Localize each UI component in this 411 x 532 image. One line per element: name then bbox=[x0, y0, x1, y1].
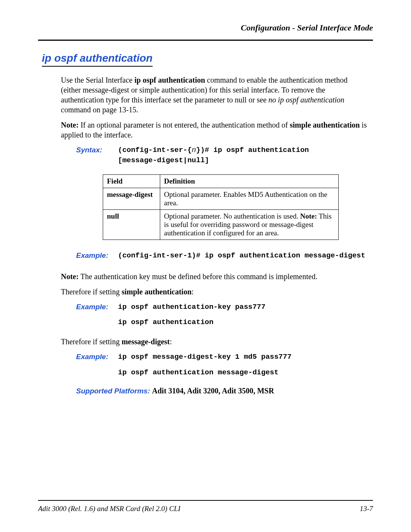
field-def: Optional parameter. No authentication is… bbox=[160, 210, 339, 240]
field-table: Field Definition message-digest Optional… bbox=[103, 174, 339, 240]
intro-paragraph-1: Use the Serial Interface ip ospf authent… bbox=[61, 75, 369, 115]
text: Optional parameter. No authentication is… bbox=[164, 212, 300, 220]
text: : bbox=[191, 288, 194, 296]
note-label: Note: bbox=[300, 212, 317, 220]
text: Therefore if setting bbox=[61, 288, 121, 296]
text: If an optional parameter is not entered,… bbox=[79, 121, 290, 129]
example-label: Example: bbox=[76, 302, 118, 328]
code-line: ip ospf authentication message-digest bbox=[118, 367, 292, 378]
table-row: message-digest Optional parameter. Enabl… bbox=[103, 188, 339, 210]
example-block-1: Example: (config-int-ser-1)# ip ospf aut… bbox=[76, 251, 365, 261]
field-table-wrap: Field Definition message-digest Optional… bbox=[103, 174, 369, 240]
intro-paragraph-2: Note: If an optional parameter is not en… bbox=[61, 120, 369, 140]
header-rule bbox=[38, 40, 373, 41]
text: : bbox=[170, 337, 172, 346]
footer-page-number: 13-7 bbox=[360, 505, 373, 513]
code-line: ip ospf authentication-key pass777 bbox=[118, 302, 266, 312]
example-code: ip ospf message-digest-key 1 md5 pass777… bbox=[118, 352, 292, 377]
table-row: null Optional parameter. No authenticati… bbox=[103, 210, 339, 240]
note-paragraph: Note: The authentication key must be def… bbox=[61, 272, 369, 281]
therefore-2: Therefore if setting message-digest: bbox=[61, 337, 369, 347]
code-line: ip ospf message-digest-key 1 md5 pass777 bbox=[118, 352, 292, 362]
example-code: ip ospf authentication-key pass777 ip os… bbox=[118, 302, 266, 328]
code: [message-digest|null] bbox=[118, 156, 209, 165]
header-chapter-title: Configuration - Serial Interface Mode bbox=[38, 23, 373, 33]
table-header-definition: Definition bbox=[160, 175, 339, 188]
code-param: n bbox=[192, 146, 196, 154]
field-name: null bbox=[103, 210, 160, 240]
table-header-field: Field bbox=[103, 175, 160, 188]
ref-command: no ip ospf authentication bbox=[268, 96, 344, 104]
syntax-content: (config-int-ser-{n})# ip ospf authentica… bbox=[118, 145, 309, 165]
supported-label: Supported Platforms: bbox=[76, 387, 152, 395]
note-label: Note: bbox=[61, 121, 79, 129]
example-label: Example: bbox=[76, 251, 118, 261]
supported-platforms: Supported Platforms: Adit 3104, Adit 320… bbox=[76, 387, 369, 395]
example-block-3: Example: ip ospf message-digest-key 1 md… bbox=[76, 352, 292, 377]
emph: simple authentication bbox=[121, 288, 191, 296]
syntax-block: Syntax: (config-int-ser-{n})# ip ospf au… bbox=[76, 145, 309, 165]
text: command on page 13-15. bbox=[61, 105, 138, 114]
example-label: Example: bbox=[76, 352, 118, 377]
code-line: ip ospf authentication bbox=[118, 317, 266, 328]
code: (config-int-ser-{ bbox=[118, 146, 192, 154]
emph: simple authentication bbox=[290, 121, 360, 129]
supported-value: Adit 3104, Adit 3200, Adit 3500, MSR bbox=[152, 387, 274, 395]
example-block-2: Example: ip ospf authentication-key pass… bbox=[76, 302, 266, 328]
text: The authentication key must be defined b… bbox=[79, 272, 317, 281]
page-title: ip ospf authentication bbox=[42, 52, 153, 67]
example-code: (config-int-ser-1)# ip ospf authenticati… bbox=[118, 251, 365, 261]
code: })# ip ospf authentication bbox=[196, 146, 309, 154]
text: Therefore if setting bbox=[61, 337, 121, 346]
emph: message-digest bbox=[121, 337, 170, 346]
syntax-label: Syntax: bbox=[76, 145, 118, 165]
footer-left: Adit 3000 (Rel. 1.6) and MSR Card (Rel 2… bbox=[38, 505, 180, 513]
note-label: Note: bbox=[61, 272, 79, 281]
page-footer: Adit 3000 (Rel. 1.6) and MSR Card (Rel 2… bbox=[38, 500, 373, 513]
field-name: message-digest bbox=[103, 188, 160, 210]
therefore-1: Therefore if setting simple authenticati… bbox=[61, 287, 369, 297]
field-def: Optional parameter. Enables MD5 Authenti… bbox=[160, 188, 339, 210]
text: Use the Serial Interface bbox=[61, 76, 134, 84]
command-name: ip ospf authentication bbox=[134, 76, 205, 84]
footer-rule bbox=[38, 500, 373, 501]
